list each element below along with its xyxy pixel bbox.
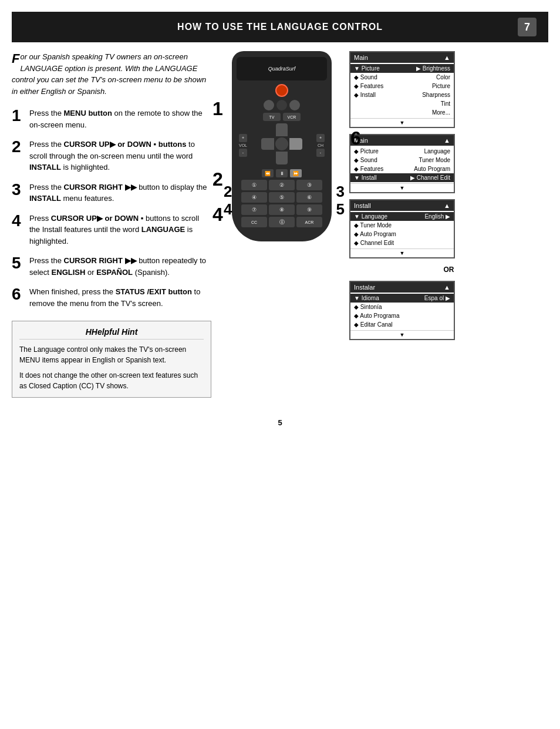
step-1: 1 Press the MENU button on the remote to…	[12, 107, 211, 130]
vol-down[interactable]: -	[239, 149, 247, 157]
step-5-number: 5	[12, 255, 23, 271]
step-6: 6 When finished, press the STATUS /EXIT …	[12, 286, 211, 309]
page-header: How to Use the Language Control 7	[12, 12, 548, 42]
tv-btn[interactable]: TV	[263, 113, 281, 121]
fwd-btn[interactable]: ⏩	[290, 169, 302, 177]
hint-paragraph-2: It does not change the other on-screen t…	[19, 370, 204, 391]
power-button[interactable]	[275, 84, 288, 97]
screen-4-header: Instalar ▲	[350, 282, 454, 293]
num-cc[interactable]: CC	[241, 217, 267, 227]
rew-btn[interactable]: ⏪	[262, 169, 274, 177]
ch-col: + CH -	[316, 134, 325, 157]
remote-screen: QuadraSurf	[237, 57, 327, 80]
screen-1-item-features: ◆ FeaturesPicture	[350, 82, 454, 90]
step-6-text: When finished, press the STATUS /EXIT bu…	[29, 286, 211, 309]
brand-text: QuadraSurf	[268, 66, 296, 72]
num-5[interactable]: ⑤	[269, 192, 295, 203]
intro-paragraph: F or our Spanish speaking TV owners an o…	[12, 51, 211, 97]
num-9[interactable]: ⑨	[296, 204, 322, 215]
remote-btn-2[interactable]	[276, 100, 287, 110]
diagram-step-2: 2	[224, 183, 232, 201]
num-6[interactable]: ⑥	[296, 192, 322, 203]
screen-2-footer: ▼	[350, 183, 454, 192]
menu-screen-4: Instalar ▲ ▼ IdiomaEspa ol ▶ ◆ Sintonía …	[349, 281, 455, 340]
screen-1-item-more: More...	[350, 108, 454, 117]
remote-btn-3[interactable]	[289, 100, 300, 110]
screen-2-item-picture: ◆ PictureLanguage	[350, 147, 454, 156]
step-1-text: Press the MENU button on the remote to s…	[29, 107, 211, 130]
dpad-center[interactable]	[275, 137, 288, 150]
screen-4-arrow: ▲	[444, 284, 450, 291]
menu-screen-3: Install ▲ ▼ LanguageEnglish ▶ ◆ Tuner Mo…	[349, 199, 455, 258]
ch-up[interactable]: +	[316, 134, 325, 142]
vol-col: + VOL -	[239, 134, 247, 157]
chapter-icon: 7	[518, 18, 537, 36]
or-divider: OR	[349, 266, 548, 274]
screen-4-item-sintonia: ◆ Sintonía	[350, 303, 454, 311]
step-4: 4 Press CURSOR UP▶ or DOWN ▪ buttons to …	[12, 213, 211, 247]
screen-4-title: Instalar	[354, 284, 375, 291]
step-6-number: 6	[12, 286, 23, 303]
page-title: How to Use the Language Control	[177, 22, 383, 32]
screen-4-footer: ▼	[350, 330, 454, 339]
screen-3-item-tuner: ◆ Tuner Mode	[350, 221, 454, 230]
dpad-right[interactable]	[289, 138, 302, 150]
num-1[interactable]: ①	[241, 180, 267, 190]
step-3: 3 Press the CURSOR RIGHT ▶▶ button to di…	[12, 182, 211, 204]
vol-up[interactable]: +	[239, 134, 247, 142]
screen-4-item-editar: ◆ Editar Canal	[350, 320, 454, 329]
num-8[interactable]: ⑧	[269, 204, 295, 215]
num-3[interactable]: ③	[296, 180, 322, 190]
screen-2-item-install: ▼ Install▶ Channel Edit	[350, 173, 454, 182]
screen-2-arrow: ▲	[444, 137, 450, 144]
vcr-btn[interactable]: VCR	[283, 113, 301, 121]
diagram-step-5: 5	[336, 200, 345, 219]
screen-3-item-auto: ◆ Auto Program	[350, 230, 454, 238]
ch-label: CH	[318, 143, 323, 147]
screens-column: Main ▲ ▼ Picture▶ Brightness ◆ SoundColo…	[349, 51, 548, 398]
step-3-text: Press the CURSOR RIGHT ▶▶ button to disp…	[29, 182, 211, 204]
hint-paragraph-1: The Language control only makes the TV's…	[19, 344, 204, 365]
vol-ch-row: + VOL - + CH -	[239, 123, 325, 167]
transport-row: ⏪ ⏸ ⏩	[237, 169, 327, 177]
screen-3-item-channel: ◆ Channel Edit	[350, 238, 454, 247]
step-4-text: Press CURSOR UP▶ or DOWN ▪ buttons to sc…	[29, 213, 211, 247]
remote-control: 1 2 4 6 QuadraSurf	[223, 51, 340, 398]
page-number: 5	[0, 418, 560, 427]
screen-1-item-install: ◆ InstallSharpness	[350, 90, 454, 99]
ch-down[interactable]: -	[316, 149, 325, 157]
num-0[interactable]: ⓪	[269, 217, 295, 227]
screen-1-title: Main	[354, 54, 368, 61]
screen-2-body: ◆ PictureLanguage ◆ SoundTuner Mode ◆ Fe…	[350, 146, 454, 183]
remote-top-buttons	[237, 100, 327, 110]
step-5-text: Press the CURSOR RIGHT ▶▶ button repeate…	[29, 255, 211, 278]
play-btn[interactable]: ⏸	[276, 169, 288, 177]
screen-1-arrow: ▲	[444, 54, 450, 61]
diagram-step-3: 3	[336, 183, 345, 201]
screen-1-footer: ▼	[350, 118, 454, 127]
remote-btn-1[interactable]	[264, 100, 274, 110]
screen-2-item-sound: ◆ SoundTuner Mode	[350, 156, 454, 164]
screen-1-item-tint: Tint	[350, 99, 454, 108]
screen-4-body: ▼ IdiomaEspa ol ▶ ◆ Sintonía ◆ Auto Prog…	[350, 293, 454, 330]
step-2-number: 2	[12, 139, 23, 155]
mode-row: TV VCR	[237, 113, 327, 121]
num-4[interactable]: ④	[241, 192, 267, 203]
step-1-number: 1	[12, 107, 23, 124]
screen-2-header: Main ▲	[350, 135, 454, 146]
screen-3-header: Install ▲	[350, 200, 454, 211]
dpad-up[interactable]	[276, 123, 288, 136]
diagram-step-1: 1	[212, 98, 223, 120]
screen-1-body: ▼ Picture▶ Brightness ◆ SoundColor ◆ Fea…	[350, 63, 454, 118]
step-2-text: Press the CURSOR UP▶ or DOWN ▪ buttons t…	[29, 139, 211, 173]
screen-1-header: Main ▲	[350, 52, 454, 63]
step-5: 5 Press the CURSOR RIGHT ▶▶ button repea…	[12, 255, 211, 278]
step-2: 2 Press the CURSOR UP▶ or DOWN ▪ buttons…	[12, 139, 211, 173]
screen-3-title: Install	[354, 202, 371, 209]
menu-screen-1: Main ▲ ▼ Picture▶ Brightness ◆ SoundColo…	[349, 51, 455, 128]
num-2[interactable]: ②	[269, 180, 295, 190]
dpad-left[interactable]	[261, 138, 274, 150]
dpad-down[interactable]	[276, 152, 288, 164]
num-7[interactable]: ⑦	[241, 204, 267, 215]
num-act[interactable]: ACR	[296, 217, 322, 227]
